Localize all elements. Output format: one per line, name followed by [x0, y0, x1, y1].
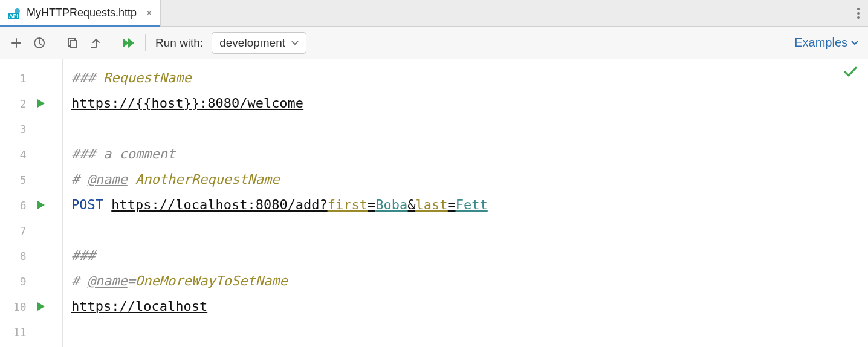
svg-rect-4 [70, 41, 77, 48]
code-line: # @name=OneMoreWayToSetName [71, 268, 868, 294]
add-button[interactable] [6, 33, 27, 53]
file-tab[interactable]: API MyHTTPRequests.http × [0, 0, 161, 26]
line-number: 8 [0, 250, 27, 262]
chevron-down-icon [851, 41, 858, 45]
line-number: 4 [0, 148, 27, 161]
code-line [71, 116, 868, 141]
svg-point-0 [857, 8, 860, 10]
run-gutter-icon[interactable] [27, 99, 56, 108]
code-line: # @name AnotherRequestName [71, 167, 868, 192]
close-icon[interactable]: × [146, 8, 152, 19]
code-line: ### [71, 243, 868, 268]
svg-point-1 [857, 12, 860, 15]
line-number: 5 [0, 174, 27, 186]
line-number: 6 [0, 199, 27, 212]
code-line: https://{{host}}:8080/welcome [71, 91, 868, 116]
separator [56, 34, 56, 51]
run-with-label: Run with: [155, 36, 203, 50]
line-number: 2 [0, 97, 27, 110]
tab-label: MyHTTPRequests.http [27, 7, 137, 19]
run-gutter-icon[interactable] [27, 200, 56, 210]
run-gutter-icon[interactable] [27, 302, 56, 311]
status-ok-icon[interactable] [844, 66, 857, 77]
chevron-down-icon [291, 41, 299, 45]
environment-value: development [219, 36, 285, 50]
code-line: ### a comment [71, 141, 868, 167]
run-all-button[interactable] [118, 33, 139, 53]
line-number: 9 [0, 275, 27, 288]
http-file-icon: API [8, 8, 22, 19]
separator [145, 34, 146, 51]
toolbar: Run with: development Examples [0, 27, 868, 59]
code-line [71, 319, 868, 345]
tab-bar: API MyHTTPRequests.http × [0, 0, 868, 27]
separator [112, 34, 112, 51]
code-area[interactable]: ### RequestName https://{{host}}:8080/we… [63, 59, 868, 347]
tab-more-menu-icon[interactable] [849, 0, 868, 26]
code-line: ### RequestName [71, 65, 868, 91]
import-button[interactable] [85, 33, 106, 53]
code-line: POST https://localhost:8080/add?first=Bo… [71, 192, 868, 218]
examples-button[interactable]: Examples [794, 36, 858, 50]
environment-select[interactable]: development [212, 32, 306, 54]
copy-button[interactable] [62, 33, 83, 53]
line-number: 10 [0, 300, 27, 313]
editor: 1 2 3 4 5 6 7 8 9 10 11 ### RequestName … [0, 59, 868, 347]
examples-label: Examples [794, 36, 847, 50]
code-line: https://localhost [71, 294, 868, 319]
gutter: 1 2 3 4 5 6 7 8 9 10 11 [0, 59, 63, 347]
history-button[interactable] [29, 33, 50, 53]
svg-point-2 [857, 16, 860, 19]
line-number: 3 [0, 123, 27, 135]
line-number: 7 [0, 224, 27, 237]
line-number: 1 [0, 72, 27, 85]
line-number: 11 [0, 326, 27, 339]
code-line [71, 218, 868, 243]
